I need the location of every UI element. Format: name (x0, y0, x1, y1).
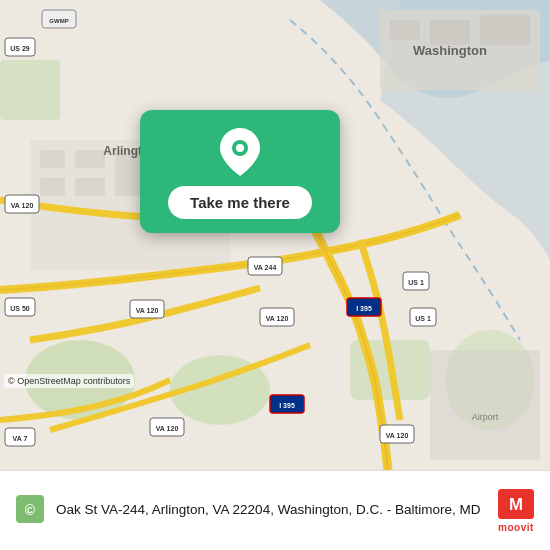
svg-text:VA 120: VA 120 (266, 315, 289, 322)
map-container: US 29 VA 120 VA 120 VA 120 VA 120 VA 244… (0, 0, 550, 470)
svg-text:GWMP: GWMP (49, 18, 68, 24)
take-me-there-button[interactable]: Take me there (168, 186, 312, 219)
bottom-bar: © Oak St VA-244, Arlington, VA 22204, Wa… (0, 470, 550, 550)
address-text: Oak St VA-244, Arlington, VA 22204, Wash… (56, 501, 486, 520)
svg-text:VA 120: VA 120 (11, 202, 34, 209)
svg-rect-5 (0, 60, 60, 120)
svg-point-49 (236, 144, 244, 152)
svg-rect-13 (40, 178, 65, 196)
osm-attribution: © OpenStreetMap contributors (4, 374, 134, 388)
pin-icon (220, 128, 260, 176)
svg-rect-8 (430, 20, 470, 45)
svg-text:Airport: Airport (472, 412, 499, 422)
svg-text:US 1: US 1 (408, 279, 424, 286)
moovit-text: moovit (498, 522, 534, 533)
osm-logo: © (16, 495, 44, 526)
svg-rect-12 (75, 150, 105, 168)
location-card: Take me there (140, 110, 340, 233)
svg-text:M: M (509, 495, 523, 514)
svg-text:I 395: I 395 (356, 305, 372, 312)
svg-text:VA 244: VA 244 (254, 264, 277, 271)
svg-text:VA 120: VA 120 (386, 432, 409, 439)
svg-text:US 29: US 29 (10, 45, 30, 52)
svg-text:US 50: US 50 (10, 305, 30, 312)
moovit-icon: M (498, 488, 534, 520)
svg-text:I 395: I 395 (279, 402, 295, 409)
svg-text:VA 120: VA 120 (136, 307, 159, 314)
svg-text:©: © (25, 502, 36, 518)
svg-text:US 1: US 1 (415, 315, 431, 322)
svg-rect-9 (480, 15, 530, 45)
svg-rect-44 (430, 350, 540, 460)
svg-text:VA 7: VA 7 (13, 435, 28, 442)
svg-rect-11 (40, 150, 65, 168)
svg-rect-7 (390, 20, 420, 40)
moovit-logo: M moovit (498, 488, 534, 533)
svg-rect-14 (75, 178, 105, 196)
osm-attribution-text: © OpenStreetMap contributors (8, 376, 130, 386)
svg-text:Washington: Washington (413, 43, 487, 58)
map-svg: US 29 VA 120 VA 120 VA 120 VA 120 VA 244… (0, 0, 550, 470)
svg-text:VA 120: VA 120 (156, 425, 179, 432)
